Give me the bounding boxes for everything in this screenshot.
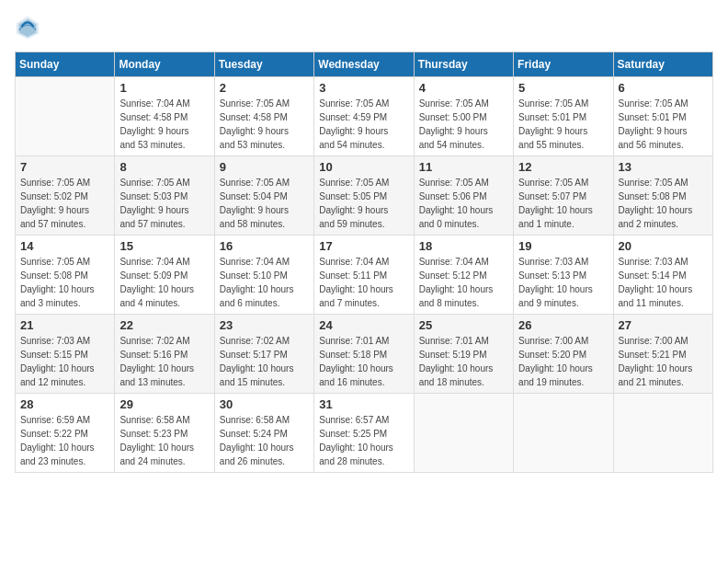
day-number: 1 xyxy=(119,81,209,95)
day-number: 13 xyxy=(619,160,708,174)
day-number: 5 xyxy=(518,81,608,95)
day-number: 18 xyxy=(419,239,508,253)
day-of-week-header: Thursday xyxy=(414,52,513,77)
calendar-cell: 1Sunrise: 7:04 AM Sunset: 4:58 PM Daylig… xyxy=(115,77,214,156)
day-number: 27 xyxy=(619,318,708,332)
day-number: 7 xyxy=(20,160,109,174)
day-info: Sunrise: 7:02 AM Sunset: 5:16 PM Dayligh… xyxy=(119,334,209,389)
calendar-cell: 2Sunrise: 7:05 AM Sunset: 4:58 PM Daylig… xyxy=(214,77,313,156)
day-info: Sunrise: 7:04 AM Sunset: 5:11 PM Dayligh… xyxy=(319,255,408,310)
day-info: Sunrise: 7:05 AM Sunset: 5:00 PM Dayligh… xyxy=(419,97,508,152)
day-number: 15 xyxy=(119,239,209,253)
calendar-cell: 31Sunrise: 6:57 AM Sunset: 5:25 PM Dayli… xyxy=(314,394,414,473)
day-info: Sunrise: 7:05 AM Sunset: 5:06 PM Dayligh… xyxy=(419,176,508,231)
calendar-cell: 6Sunrise: 7:05 AM Sunset: 5:01 PM Daylig… xyxy=(613,77,712,156)
calendar-cell: 20Sunrise: 7:03 AM Sunset: 5:14 PM Dayli… xyxy=(613,236,712,315)
day-of-week-header: Sunday xyxy=(16,52,115,77)
day-info: Sunrise: 7:01 AM Sunset: 5:19 PM Dayligh… xyxy=(419,334,508,389)
day-info: Sunrise: 7:05 AM Sunset: 5:01 PM Dayligh… xyxy=(518,97,608,152)
day-info: Sunrise: 7:05 AM Sunset: 4:58 PM Dayligh… xyxy=(220,97,309,152)
calendar-cell: 29Sunrise: 6:58 AM Sunset: 5:23 PM Dayli… xyxy=(115,394,214,473)
calendar-cell: 21Sunrise: 7:03 AM Sunset: 5:15 PM Dayli… xyxy=(16,315,115,394)
calendar-cell: 3Sunrise: 7:05 AM Sunset: 4:59 PM Daylig… xyxy=(314,77,414,156)
calendar-cell: 27Sunrise: 7:00 AM Sunset: 5:21 PM Dayli… xyxy=(613,315,712,394)
calendar-cell: 28Sunrise: 6:59 AM Sunset: 5:22 PM Dayli… xyxy=(16,394,115,473)
day-info: Sunrise: 7:05 AM Sunset: 5:07 PM Dayligh… xyxy=(518,176,608,231)
day-number: 9 xyxy=(220,160,309,174)
logo xyxy=(15,15,44,40)
calendar-cell: 15Sunrise: 7:04 AM Sunset: 5:09 PM Dayli… xyxy=(115,236,214,315)
days-of-week-row: SundayMondayTuesdayWednesdayThursdayFrid… xyxy=(16,52,713,77)
day-info: Sunrise: 7:00 AM Sunset: 5:20 PM Dayligh… xyxy=(518,334,608,389)
day-info: Sunrise: 7:04 AM Sunset: 5:09 PM Dayligh… xyxy=(119,255,209,310)
day-of-week-header: Friday xyxy=(514,52,613,77)
calendar-cell: 19Sunrise: 7:03 AM Sunset: 5:13 PM Dayli… xyxy=(514,236,613,315)
calendar-cell: 22Sunrise: 7:02 AM Sunset: 5:16 PM Dayli… xyxy=(115,315,214,394)
calendar-cell xyxy=(414,394,513,473)
day-number: 4 xyxy=(419,81,508,95)
day-number: 12 xyxy=(518,160,608,174)
calendar-cell: 25Sunrise: 7:01 AM Sunset: 5:19 PM Dayli… xyxy=(414,315,513,394)
calendar-cell: 26Sunrise: 7:00 AM Sunset: 5:20 PM Dayli… xyxy=(514,315,613,394)
day-of-week-header: Monday xyxy=(115,52,214,77)
day-number: 20 xyxy=(619,239,708,253)
calendar-table: SundayMondayTuesdayWednesdayThursdayFrid… xyxy=(15,52,713,473)
calendar-cell: 18Sunrise: 7:04 AM Sunset: 5:12 PM Dayli… xyxy=(414,236,513,315)
calendar-week-row: 1Sunrise: 7:04 AM Sunset: 4:58 PM Daylig… xyxy=(16,77,713,156)
day-number: 24 xyxy=(319,318,408,332)
calendar-cell: 5Sunrise: 7:05 AM Sunset: 5:01 PM Daylig… xyxy=(514,77,613,156)
calendar-week-row: 21Sunrise: 7:03 AM Sunset: 5:15 PM Dayli… xyxy=(16,315,713,394)
day-info: Sunrise: 6:58 AM Sunset: 5:24 PM Dayligh… xyxy=(220,413,309,468)
calendar-cell: 9Sunrise: 7:05 AM Sunset: 5:04 PM Daylig… xyxy=(214,156,313,236)
day-info: Sunrise: 7:02 AM Sunset: 5:17 PM Dayligh… xyxy=(220,334,309,389)
calendar-week-row: 14Sunrise: 7:05 AM Sunset: 5:08 PM Dayli… xyxy=(16,236,713,315)
calendar-cell: 10Sunrise: 7:05 AM Sunset: 5:05 PM Dayli… xyxy=(314,156,414,236)
calendar-cell: 12Sunrise: 7:05 AM Sunset: 5:07 PM Dayli… xyxy=(514,156,613,236)
calendar-cell: 23Sunrise: 7:02 AM Sunset: 5:17 PM Dayli… xyxy=(214,315,313,394)
day-info: Sunrise: 7:03 AM Sunset: 5:15 PM Dayligh… xyxy=(20,334,109,389)
day-info: Sunrise: 7:05 AM Sunset: 5:03 PM Dayligh… xyxy=(119,176,209,231)
logo-icon xyxy=(15,15,40,40)
day-info: Sunrise: 6:58 AM Sunset: 5:23 PM Dayligh… xyxy=(119,413,209,468)
calendar-cell: 17Sunrise: 7:04 AM Sunset: 5:11 PM Dayli… xyxy=(314,236,414,315)
calendar-cell xyxy=(16,77,115,156)
day-info: Sunrise: 7:05 AM Sunset: 4:59 PM Dayligh… xyxy=(319,97,408,152)
calendar-cell: 13Sunrise: 7:05 AM Sunset: 5:08 PM Dayli… xyxy=(613,156,712,236)
day-info: Sunrise: 7:01 AM Sunset: 5:18 PM Dayligh… xyxy=(319,334,408,389)
day-number: 28 xyxy=(20,397,109,411)
day-number: 11 xyxy=(419,160,508,174)
day-number: 19 xyxy=(518,239,608,253)
day-info: Sunrise: 7:00 AM Sunset: 5:21 PM Dayligh… xyxy=(619,334,708,389)
day-number: 21 xyxy=(20,318,109,332)
calendar-week-row: 7Sunrise: 7:05 AM Sunset: 5:02 PM Daylig… xyxy=(16,156,713,236)
day-info: Sunrise: 7:03 AM Sunset: 5:13 PM Dayligh… xyxy=(518,255,608,310)
day-info: Sunrise: 7:05 AM Sunset: 5:01 PM Dayligh… xyxy=(619,97,708,152)
day-number: 26 xyxy=(518,318,608,332)
day-number: 31 xyxy=(319,397,408,411)
day-info: Sunrise: 7:05 AM Sunset: 5:05 PM Dayligh… xyxy=(319,176,408,231)
calendar-cell xyxy=(514,394,613,473)
day-info: Sunrise: 7:05 AM Sunset: 5:02 PM Dayligh… xyxy=(20,176,109,231)
day-of-week-header: Wednesday xyxy=(314,52,414,77)
day-of-week-header: Tuesday xyxy=(214,52,313,77)
day-info: Sunrise: 7:05 AM Sunset: 5:08 PM Dayligh… xyxy=(619,176,708,231)
day-info: Sunrise: 7:03 AM Sunset: 5:14 PM Dayligh… xyxy=(619,255,708,310)
day-info: Sunrise: 6:57 AM Sunset: 5:25 PM Dayligh… xyxy=(319,413,408,468)
page-header xyxy=(15,15,713,40)
calendar-cell: 30Sunrise: 6:58 AM Sunset: 5:24 PM Dayli… xyxy=(214,394,313,473)
calendar-cell: 11Sunrise: 7:05 AM Sunset: 5:06 PM Dayli… xyxy=(414,156,513,236)
day-info: Sunrise: 7:04 AM Sunset: 5:10 PM Dayligh… xyxy=(220,255,309,310)
calendar-cell: 7Sunrise: 7:05 AM Sunset: 5:02 PM Daylig… xyxy=(16,156,115,236)
calendar-cell: 8Sunrise: 7:05 AM Sunset: 5:03 PM Daylig… xyxy=(115,156,214,236)
day-info: Sunrise: 7:04 AM Sunset: 5:12 PM Dayligh… xyxy=(419,255,508,310)
day-info: Sunrise: 7:05 AM Sunset: 5:04 PM Dayligh… xyxy=(220,176,309,231)
calendar-week-row: 28Sunrise: 6:59 AM Sunset: 5:22 PM Dayli… xyxy=(16,394,713,473)
day-number: 30 xyxy=(220,397,309,411)
day-info: Sunrise: 7:04 AM Sunset: 4:58 PM Dayligh… xyxy=(119,97,209,152)
day-of-week-header: Saturday xyxy=(613,52,712,77)
calendar-cell: 24Sunrise: 7:01 AM Sunset: 5:18 PM Dayli… xyxy=(314,315,414,394)
day-number: 22 xyxy=(119,318,209,332)
day-info: Sunrise: 7:05 AM Sunset: 5:08 PM Dayligh… xyxy=(20,255,109,310)
day-number: 29 xyxy=(119,397,209,411)
calendar-cell: 14Sunrise: 7:05 AM Sunset: 5:08 PM Dayli… xyxy=(16,236,115,315)
